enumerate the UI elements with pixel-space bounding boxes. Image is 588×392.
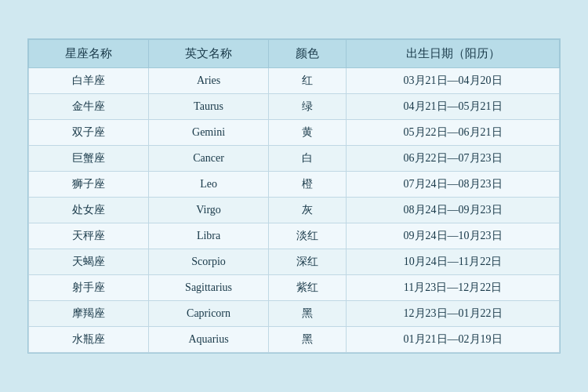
cell-color: 灰 xyxy=(269,198,347,223)
cell-color: 黑 xyxy=(269,301,347,327)
cell-english-name: Libra xyxy=(149,223,269,249)
cell-chinese-name: 射手座 xyxy=(29,275,149,301)
cell-color: 淡红 xyxy=(269,223,347,249)
cell-color: 红 xyxy=(269,68,347,94)
cell-dates: 05月22日—06月21日 xyxy=(347,120,560,146)
zodiac-table-container: 星座名称 英文名称 颜色 出生日期（阳历） 白羊座Aries红03月21日—04… xyxy=(27,38,561,354)
cell-color: 橙 xyxy=(269,172,347,198)
table-row: 摩羯座Capricorn黑12月23日—01月22日 xyxy=(29,301,560,327)
cell-dates: 04月21日—05月21日 xyxy=(347,94,560,120)
cell-chinese-name: 摩羯座 xyxy=(29,301,149,327)
header-english-name: 英文名称 xyxy=(149,40,269,68)
cell-english-name: Aquarius xyxy=(149,327,269,353)
cell-english-name: Aries xyxy=(149,68,269,94)
cell-dates: 10月24日—11月22日 xyxy=(347,249,560,275)
table-row: 双子座Gemini黄05月22日—06月21日 xyxy=(29,120,560,146)
table-header-row: 星座名称 英文名称 颜色 出生日期（阳历） xyxy=(29,40,560,68)
cell-english-name: Scorpio xyxy=(149,249,269,275)
cell-chinese-name: 处女座 xyxy=(29,198,149,223)
cell-chinese-name: 天秤座 xyxy=(29,223,149,249)
table-row: 金牛座Taurus绿04月21日—05月21日 xyxy=(29,94,560,120)
table-body: 白羊座Aries红03月21日—04月20日金牛座Taurus绿04月21日—0… xyxy=(29,68,560,353)
cell-chinese-name: 金牛座 xyxy=(29,94,149,120)
cell-color: 深红 xyxy=(269,249,347,275)
cell-chinese-name: 双子座 xyxy=(29,120,149,146)
table-row: 天秤座Libra淡红09月24日—10月23日 xyxy=(29,223,560,249)
cell-color: 紫红 xyxy=(269,275,347,301)
table-row: 射手座Sagittarius紫红11月23日—12月22日 xyxy=(29,275,560,301)
cell-color: 黄 xyxy=(269,120,347,146)
cell-chinese-name: 巨蟹座 xyxy=(29,146,149,172)
cell-english-name: Leo xyxy=(149,172,269,198)
cell-dates: 11月23日—12月22日 xyxy=(347,275,560,301)
cell-color: 白 xyxy=(269,146,347,172)
cell-dates: 03月21日—04月20日 xyxy=(347,68,560,94)
cell-chinese-name: 狮子座 xyxy=(29,172,149,198)
cell-english-name: Sagittarius xyxy=(149,275,269,301)
cell-chinese-name: 白羊座 xyxy=(29,68,149,94)
cell-english-name: Virgo xyxy=(149,198,269,223)
header-dates: 出生日期（阳历） xyxy=(347,40,560,68)
cell-chinese-name: 水瓶座 xyxy=(29,327,149,353)
cell-dates: 07月24日—08月23日 xyxy=(347,172,560,198)
cell-dates: 09月24日—10月23日 xyxy=(347,223,560,249)
table-row: 处女座Virgo灰08月24日—09月23日 xyxy=(29,198,560,223)
header-color: 颜色 xyxy=(269,40,347,68)
header-chinese-name: 星座名称 xyxy=(29,40,149,68)
cell-color: 黑 xyxy=(269,327,347,353)
cell-english-name: Cancer xyxy=(149,146,269,172)
cell-dates: 08月24日—09月23日 xyxy=(347,198,560,223)
cell-chinese-name: 天蝎座 xyxy=(29,249,149,275)
cell-english-name: Capricorn xyxy=(149,301,269,327)
cell-english-name: Gemini xyxy=(149,120,269,146)
cell-dates: 06月22日—07月23日 xyxy=(347,146,560,172)
table-row: 白羊座Aries红03月21日—04月20日 xyxy=(29,68,560,94)
table-row: 狮子座Leo橙07月24日—08月23日 xyxy=(29,172,560,198)
zodiac-table: 星座名称 英文名称 颜色 出生日期（阳历） 白羊座Aries红03月21日—04… xyxy=(28,39,560,353)
cell-color: 绿 xyxy=(269,94,347,120)
cell-dates: 12月23日—01月22日 xyxy=(347,301,560,327)
table-row: 天蝎座Scorpio深红10月24日—11月22日 xyxy=(29,249,560,275)
cell-english-name: Taurus xyxy=(149,94,269,120)
cell-dates: 01月21日—02月19日 xyxy=(347,327,560,353)
table-row: 水瓶座Aquarius黑01月21日—02月19日 xyxy=(29,327,560,353)
table-row: 巨蟹座Cancer白06月22日—07月23日 xyxy=(29,146,560,172)
